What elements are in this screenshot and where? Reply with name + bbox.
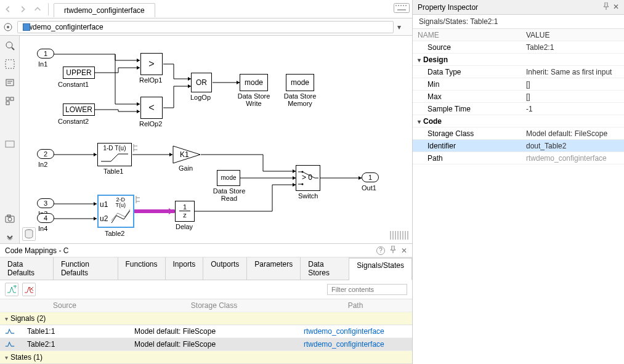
pi-prop-value[interactable]: [] [522, 79, 624, 90]
outport-1[interactable]: 1 [362, 172, 379, 182]
cm-tab-outports[interactable]: Outports [203, 257, 247, 280]
back-button[interactable] [2, 4, 14, 15]
pin-icon[interactable] [603, 2, 609, 12]
constant1-label: Constant1 [58, 81, 89, 88]
property-inspector: Property Inspector ✕ Signals/States: Tab… [413, 0, 624, 364]
pi-row[interactable]: Max[] [413, 91, 624, 103]
pi-prop-name: Data Type [413, 67, 522, 78]
cm-tab-data-defaults[interactable]: Data Defaults [0, 257, 54, 280]
zoom-icon[interactable] [4, 39, 16, 52]
inport-2[interactable]: 2 [37, 149, 54, 159]
up-button[interactable] [32, 4, 43, 15]
keyboard-icon[interactable] [394, 3, 410, 15]
library-icon[interactable] [4, 95, 16, 107]
switch[interactable]: > 0 [296, 165, 320, 191]
svg-point-20 [8, 217, 12, 221]
pi-row[interactable]: SourceTable2:1 [413, 41, 624, 54]
delay[interactable]: 1 z [175, 201, 195, 222]
pi-prop-value[interactable]: Model default: FileScope [522, 128, 624, 139]
col-storage: Storage Class [129, 299, 299, 312]
pi-prop-name: Identifier [413, 140, 522, 152]
cm-tab-inports[interactable]: Inports [166, 257, 204, 280]
help-icon[interactable]: ? [376, 246, 385, 255]
svg-rect-2 [398, 5, 399, 6]
model-icon [23, 23, 30, 31]
cm-tab-function-defaults[interactable]: Function Defaults [54, 257, 118, 280]
inport-3[interactable]: 3 [37, 198, 54, 208]
close-icon[interactable]: ✕ [613, 2, 619, 12]
cm-tab-functions[interactable]: Functions [118, 257, 166, 280]
cm-group[interactable]: ▾Signals (2) [0, 312, 412, 325]
target-icon[interactable] [2, 22, 14, 33]
cm-path[interactable]: rtwdemo_configinterface [299, 325, 412, 338]
pi-section[interactable]: ▾Code [413, 115, 624, 127]
fit-icon[interactable] [4, 58, 16, 70]
pi-prop-value[interactable]: [] [522, 91, 624, 102]
pi-prop-value[interactable]: dout_Table2 [522, 140, 624, 152]
data-store-read[interactable]: mode [217, 170, 240, 186]
forward-button[interactable] [17, 4, 28, 15]
cm-group[interactable]: ▾States (1) [0, 351, 412, 364]
pi-row[interactable]: Sample Time-1 [413, 103, 624, 115]
annotation-icon[interactable] [4, 76, 16, 89]
constant-lower[interactable]: LOWER [63, 103, 95, 116]
cm-row[interactable]: Table2:1Model default: FileScopertwdemo_… [0, 338, 412, 351]
breadcrumb-tab[interactable]: rtwdemo_configinterface [54, 3, 155, 17]
svg-rect-5 [405, 5, 407, 6]
cm-row[interactable]: Table1:1Model default: FileScopertwdemo_… [0, 325, 412, 338]
svg-line-40 [30, 287, 33, 291]
data-store-write[interactable]: mode [240, 74, 268, 91]
dsr-label: Data Store Read [211, 187, 248, 202]
cm-src: Table1:1 [0, 325, 129, 338]
pi-row[interactable]: Pathrtwdemo_configinterface [413, 152, 624, 164]
pi-row[interactable]: Identifierdout_Table2 [413, 140, 624, 152]
svg-rect-12 [6, 79, 14, 86]
cm-tab-data-stores[interactable]: Data Stores [301, 257, 349, 280]
table2-text: 2-D T(u) [109, 197, 132, 208]
pi-row[interactable]: Data TypeInherit: Same as first input [413, 66, 624, 78]
pi-prop-value[interactable]: -1 [522, 103, 624, 115]
cm-tab-signals-states[interactable]: Signals/States [349, 257, 412, 280]
pi-prop-value[interactable]: Table2:1 [522, 42, 624, 53]
logop[interactable]: OR [191, 73, 212, 92]
pi-prop-name: Min [413, 79, 522, 90]
svg-rect-1 [395, 5, 397, 6]
table1-text: 1-D T(u) [99, 145, 130, 152]
relop1[interactable]: > [140, 53, 163, 75]
pi-prop-name: Source [413, 42, 522, 53]
pi-row[interactable]: Storage ClassModel default: FileScope [413, 127, 624, 140]
cm-tab-parameters[interactable]: Parameters [247, 257, 301, 280]
pi-prop-value[interactable]: rtwdemo_configinterface [522, 153, 624, 164]
filter-input[interactable] [327, 284, 407, 295]
svg-rect-3 [400, 5, 402, 6]
constant-upper[interactable]: UPPER [63, 67, 95, 79]
database-icon[interactable] [22, 227, 36, 241]
close-icon[interactable]: ✕ [401, 246, 407, 255]
relop2[interactable]: < [140, 97, 163, 119]
svg-point-32 [302, 171, 304, 173]
data-store-memory[interactable]: mode [286, 74, 314, 91]
model-path[interactable]: rtwdemo_configinterface [17, 21, 394, 33]
camera-icon[interactable] [4, 212, 16, 225]
model-canvas[interactable]: 1 In1 UPPER Constant1 LOWER Constant2 > … [20, 36, 412, 243]
pi-col-value: VALUE [522, 30, 624, 41]
svg-rect-4 [403, 5, 404, 6]
gain[interactable]: K1 [172, 145, 201, 166]
more-icon[interactable] [4, 231, 16, 243]
pi-section[interactable]: ▾Design [413, 54, 624, 66]
pin-icon[interactable] [390, 246, 396, 255]
cm-path[interactable]: rtwdemo_configinterface [299, 338, 412, 350]
block-palette-icon[interactable] [4, 138, 16, 150]
add-signal-button[interactable]: + [5, 283, 18, 296]
pi-prop-value[interactable]: Inherit: Same as first input [522, 67, 624, 78]
table2[interactable]: u1 u2 2-D T(u) [97, 195, 134, 228]
logop-label: LogOp [190, 94, 211, 101]
remove-signal-button[interactable] [22, 283, 36, 296]
table1[interactable]: 1-D T(u) [97, 143, 132, 166]
pi-row[interactable]: Min[] [413, 78, 624, 91]
pi-prop-name: Sample Time [413, 103, 522, 115]
inport-1[interactable]: 1 [37, 49, 54, 59]
path-dropdown[interactable]: ▾ [397, 23, 410, 31]
inport-4[interactable]: 4 [37, 213, 54, 223]
svg-point-8 [7, 26, 9, 28]
